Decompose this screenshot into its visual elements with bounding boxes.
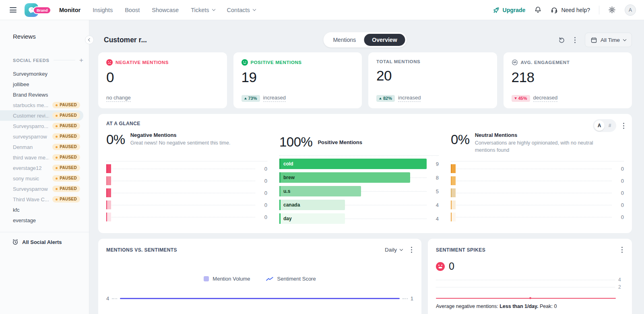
change-label[interactable]: no change (106, 95, 131, 102)
upgrade-button[interactable]: Upgrade (493, 6, 526, 13)
settings-gear-icon[interactable] (608, 6, 616, 14)
sidebar-item-everstage[interactable]: everstage (0, 215, 89, 225)
stat-label-text: AVG. ENGAGEMENT (521, 60, 570, 65)
user-avatar[interactable]: A (625, 4, 636, 16)
add-feed-button[interactable]: + (79, 57, 83, 64)
negative-description: Great news! No negative sentiment this t… (130, 139, 231, 147)
bar-track (451, 164, 612, 173)
toggle-alpha[interactable]: A (594, 120, 605, 131)
notifications-bell-icon[interactable] (534, 6, 542, 14)
sidebar-item-kfc[interactable]: kfc (0, 205, 89, 215)
negative-bar[interactable] (106, 176, 111, 185)
app-logo[interactable]: Brand (25, 3, 48, 17)
nav-item-label: Insights (93, 7, 113, 13)
change-label[interactable]: increased (398, 95, 421, 102)
delta-value: 45% (518, 96, 527, 101)
stat-change-row: 45%decreased (512, 95, 624, 102)
bar-value: 0 (621, 166, 624, 172)
sidebar-item-jollibee[interactable]: jollibee (0, 79, 89, 89)
header-kebab-menu-icon[interactable] (573, 36, 577, 44)
positive-percent: 100% (279, 134, 312, 150)
negative-bar[interactable] (106, 164, 111, 173)
sidebar-item-label: surveysparrow (13, 134, 47, 140)
nav-item-tickets[interactable]: Tickets (191, 7, 215, 13)
neutral-bar[interactable] (451, 213, 456, 221)
refresh-icon[interactable] (558, 36, 565, 43)
sidebar-item-label: everstage (13, 217, 36, 223)
spikes-kebab-menu-icon[interactable] (620, 246, 624, 254)
delta-badge: 73% (242, 95, 260, 102)
delta-badge: 82% (376, 95, 395, 102)
caption-bold: Less than 1/day. (500, 304, 538, 309)
paused-label: PAUSED (60, 166, 77, 170)
delta-badge: 45% (512, 95, 530, 102)
change-label[interactable]: decreased (533, 95, 558, 102)
bar-canada[interactable]: canada (279, 200, 345, 210)
sidebar-item-label: Customer revi... (13, 113, 49, 119)
bottom-panels-row: MENTIONS VS. SENTIMENTS Daily Mention Vo… (98, 239, 632, 314)
hamburger-menu-icon[interactable] (8, 6, 18, 14)
change-label[interactable]: increased (263, 95, 286, 102)
sidebar-item-surveymonkey[interactable]: Surveymonkey (0, 68, 89, 79)
tab-mentions[interactable]: Mentions (325, 34, 364, 46)
neutral-bar[interactable] (451, 200, 456, 209)
nav-item-insights[interactable]: Insights (93, 7, 113, 13)
sidebar-item-starbucks-me[interactable]: starbucks me...PAUSED (0, 100, 89, 110)
neutral-bar[interactable] (451, 164, 456, 173)
tab-overview[interactable]: Overview (364, 34, 405, 46)
mentions-line-chart[interactable]: 4 1 (106, 295, 413, 302)
sidebar-item-brand-reviews[interactable]: Brand Reviews (0, 89, 89, 100)
paused-badge: PAUSED (52, 196, 80, 202)
bar-label: day (283, 216, 292, 221)
time-filter-dropdown[interactable]: All Time (585, 33, 632, 47)
negative-bar[interactable] (106, 213, 111, 221)
spikes-chart[interactable]: 4 2 (436, 276, 624, 299)
sidebar-item-third-wave-c[interactable]: Third Wave C...PAUSED (0, 194, 89, 205)
glance-kebab-menu-icon[interactable] (622, 122, 625, 130)
nav-item-contacts[interactable]: Contacts (227, 7, 256, 13)
calendar-icon (591, 37, 597, 43)
sidebar-item-label: Third Wave C... (13, 196, 49, 202)
bar-value: 0 (621, 202, 624, 208)
toggle-hash[interactable]: # (605, 120, 615, 131)
smile-face-icon (242, 59, 248, 66)
legend-mention-volume[interactable]: Mention Volume (204, 276, 250, 282)
bar-value: 5 (436, 188, 439, 194)
sidebar-item-label: starbucks me... (13, 102, 48, 108)
bar-value: 0 (621, 178, 624, 184)
dotted-segment (402, 298, 408, 299)
negative-bar[interactable] (106, 188, 111, 197)
divider (0, 232, 89, 232)
all-social-alerts-link[interactable]: All Social Alerts (12, 239, 89, 245)
neutral-bar[interactable] (451, 188, 456, 197)
sidebar-item-everstage12[interactable]: everstage12PAUSED (0, 163, 89, 173)
spike-value-row: 0 (436, 260, 624, 272)
neutral-bar[interactable] (451, 176, 456, 185)
bar-day[interactable]: day (279, 213, 345, 224)
nav-item-monitor[interactable]: Monitor (59, 7, 80, 13)
sidebar-item-third-wave-me[interactable]: third wave me...PAUSED (0, 152, 89, 163)
stat-card-label: POSITIVE MENTIONS (242, 59, 354, 66)
sidebar-item-surveysparrow[interactable]: surveysparrowPAUSED (0, 131, 89, 142)
sidebar-item-sony-music[interactable]: sony musicPAUSED (0, 173, 89, 184)
bar-cold[interactable]: cold (279, 159, 427, 169)
bar-u-s[interactable]: u.s (279, 186, 361, 196)
bar-brew[interactable]: brew (279, 172, 410, 183)
chevron-down-icon (623, 37, 626, 41)
sidebar-item-surveysparrow[interactable]: SurveysparrowPAUSED (0, 184, 89, 194)
legend-sentiment-score[interactable]: Sentiment Score (266, 276, 316, 282)
sidebar-item-denman[interactable]: DenmanPAUSED (0, 142, 89, 152)
sidebar-collapse-button[interactable] (85, 35, 94, 44)
need-help-button[interactable]: Need help? (551, 6, 590, 14)
nav-item-showcase[interactable]: Showcase (152, 7, 179, 13)
gridline (436, 287, 615, 287)
nav-item-boost[interactable]: Boost (125, 7, 140, 13)
bar-label: brew (283, 175, 295, 180)
sidebar-item-surveysparro[interactable]: Surveysparro...PAUSED (0, 121, 89, 131)
period-dropdown[interactable]: Daily (385, 247, 402, 253)
sidebar-item-label: Surveymonkey (13, 71, 47, 77)
negative-bar[interactable] (106, 200, 111, 209)
sidebar-item-customer-revi[interactable]: Customer revi...PAUSED (0, 110, 83, 121)
negative-heading: Negative Mentions (130, 132, 231, 138)
mentions-kebab-menu-icon[interactable] (410, 246, 413, 254)
